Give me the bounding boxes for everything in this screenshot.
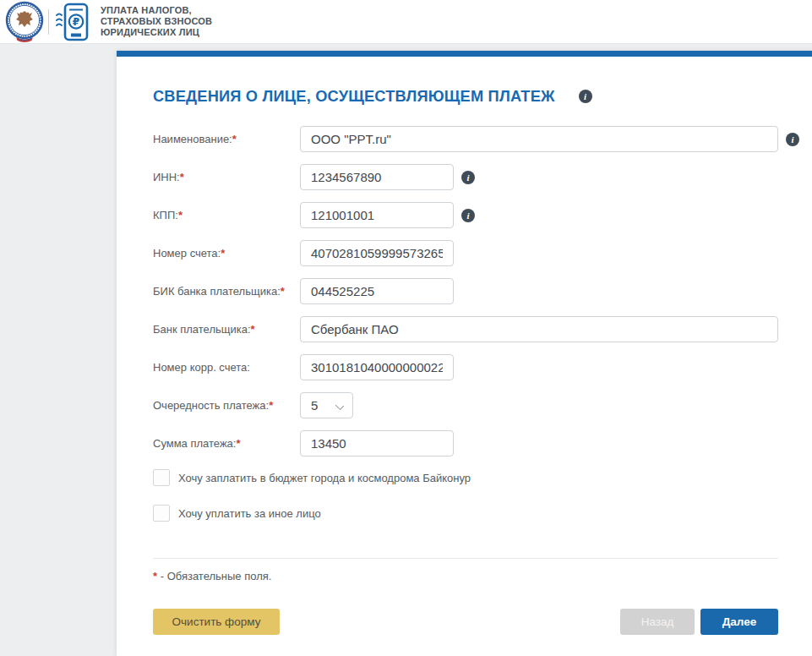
back-button[interactable]: Назад xyxy=(620,609,695,635)
required-star: * xyxy=(180,171,184,183)
required-star: * xyxy=(251,323,255,336)
field-row-amount: Сумма платежа:* xyxy=(153,430,778,456)
required-note-text: - Обязательные поля. xyxy=(161,570,272,582)
required-star: * xyxy=(232,133,237,145)
field-label: Номер счета:* xyxy=(153,247,300,260)
mobile-payment-ruble-icon: ₽ xyxy=(55,3,89,41)
bik-input[interactable] xyxy=(300,278,454,304)
corr-account-input[interactable] xyxy=(300,354,454,380)
name-info-icon[interactable]: i xyxy=(786,133,799,146)
app-title-line3: ЮРИДИЧЕСКИХ ЛИЦ xyxy=(101,27,212,38)
kpp-info-icon[interactable]: i xyxy=(461,209,475,222)
inn-info-icon[interactable]: i xyxy=(461,171,475,184)
section-title: СВЕДЕНИЯ О ЛИЦЕ, ОСУЩЕСТВЛЯЮЩЕМ ПЛАТЕЖ xyxy=(153,87,555,106)
other-person-checkbox-row: Хочу уплатить за иное лицо xyxy=(153,504,778,522)
app-title-line2: СТРАХОВЫХ ВЗНОСОВ xyxy=(101,16,212,27)
form-actions: Очистить форму Назад Далее xyxy=(153,609,778,635)
required-star: * xyxy=(236,437,240,450)
field-label-text: Сумма платежа: xyxy=(153,437,236,450)
clear-form-button[interactable]: Очистить форму xyxy=(153,609,280,635)
field-label-text: Банк плательщика: xyxy=(153,323,251,336)
field-row-account: Номер счета:* xyxy=(153,240,778,266)
app-header: ₽ УПЛАТА НАЛОГОВ, СТРАХОВЫХ ВЗНОСОВ ЮРИД… xyxy=(0,0,812,44)
field-label-text: БИК банка плательщика: xyxy=(153,285,281,298)
priority-select-value: 5 xyxy=(311,398,336,413)
logo-divider xyxy=(48,9,49,35)
field-label: Банк плательщика:* xyxy=(153,323,300,336)
kpp-input[interactable] xyxy=(300,202,454,228)
required-star: * xyxy=(221,247,225,260)
name-input[interactable] xyxy=(300,126,778,152)
account-number-input[interactable] xyxy=(300,240,454,266)
other-person-checkbox[interactable] xyxy=(153,505,170,522)
bank-name-input[interactable] xyxy=(300,316,778,342)
section-title-row: СВЕДЕНИЯ О ЛИЦЕ, ОСУЩЕСТВЛЯЮЩЕМ ПЛАТЕЖ i xyxy=(153,87,778,106)
field-label: Наименование:* xyxy=(153,133,300,145)
field-row-bik: БИК банка плательщика:* xyxy=(153,278,778,304)
baikonur-checkbox-label: Хочу заплатить в бюджет города и космодр… xyxy=(178,472,471,484)
field-label: Номер корр. счета: xyxy=(153,361,300,374)
field-label-text: ИНН: xyxy=(153,171,180,183)
field-row-priority: Очередность платежа:* 5 xyxy=(153,392,778,418)
priority-select[interactable]: 5 xyxy=(300,392,353,418)
field-label: БИК банка плательщика:* xyxy=(153,285,300,298)
required-star: * xyxy=(269,399,273,412)
field-row-inn: ИНН:* i xyxy=(153,164,778,190)
field-row-bank: Банк плательщика:* xyxy=(153,316,778,342)
field-label-text: Номер корр. счета: xyxy=(153,361,250,374)
required-fields-note: * - Обязательные поля. xyxy=(153,570,778,582)
field-label-text: КПП: xyxy=(153,209,178,221)
field-label: Очередность платежа:* xyxy=(153,399,300,412)
field-label: КПП:* xyxy=(153,209,300,221)
baikonur-checkbox[interactable] xyxy=(153,469,170,486)
field-label: Сумма платежа:* xyxy=(153,437,300,450)
required-star: * xyxy=(153,570,157,582)
amount-input[interactable] xyxy=(300,430,454,456)
chevron-down-icon xyxy=(336,402,344,409)
fns-emblem-icon xyxy=(5,1,44,43)
section-info-icon[interactable]: i xyxy=(579,90,592,103)
field-label-text: Очередность платежа: xyxy=(153,399,269,412)
app-title-line1: УПЛАТА НАЛОГОВ, xyxy=(101,5,212,16)
app-title: УПЛАТА НАЛОГОВ, СТРАХОВЫХ ВЗНОСОВ ЮРИДИЧ… xyxy=(101,5,212,38)
field-label: ИНН:* xyxy=(153,171,300,183)
required-star: * xyxy=(281,285,285,298)
field-row-name: Наименование:* i xyxy=(153,126,778,152)
payment-form-panel: СВЕДЕНИЯ О ЛИЦЕ, ОСУЩЕСТВЛЯЮЩЕМ ПЛАТЕЖ i… xyxy=(117,51,812,656)
svg-text:₽: ₽ xyxy=(73,15,79,27)
field-label-text: Наименование: xyxy=(153,133,232,145)
field-row-kpp: КПП:* i xyxy=(153,202,778,228)
baikonur-checkbox-row: Хочу заплатить в бюджет города и космодр… xyxy=(153,468,778,487)
footer-divider xyxy=(153,558,778,559)
required-star: * xyxy=(178,209,183,221)
inn-input[interactable] xyxy=(300,164,454,190)
next-button[interactable]: Далее xyxy=(700,609,778,635)
field-label-text: Номер счета: xyxy=(153,247,221,260)
other-person-checkbox-label: Хочу уплатить за иное лицо xyxy=(178,507,321,520)
field-row-corr-account: Номер корр. счета: xyxy=(153,354,778,380)
